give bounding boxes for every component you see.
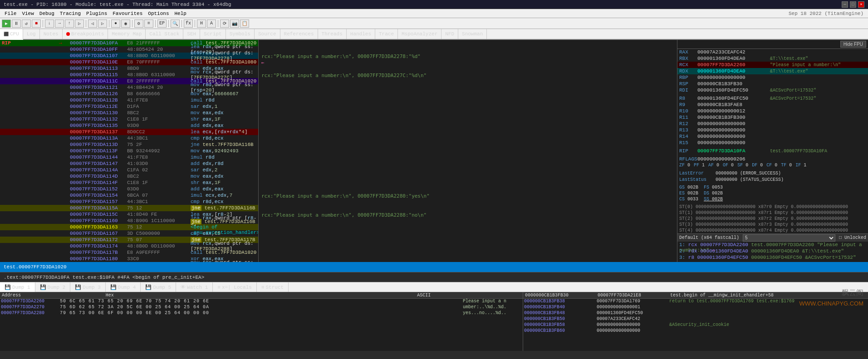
table-row[interactable]: 00007FF7D3DA1157 44:3BC1 cmp r8d,ecx — [0, 199, 258, 205]
tab-handles[interactable]: Handles — [347, 29, 375, 39]
table-row[interactable]: 00007FF7D3DA1137 8D0CC2 lea ecx,[rdx+rdx… — [0, 129, 258, 135]
tab-dump1[interactable]: 💾 Dump 1 — [0, 282, 35, 292]
table-row[interactable]: 00007FF7D3DA113A 44:3BC1 cmp r8d,ecx — [0, 135, 258, 141]
table-row[interactable]: 00007FF7D3DA114D 8BC2 mov eax,edx — [0, 173, 258, 180]
table-row[interactable]: 00007FF7D3DA114A C1FA 02 sar edx,2 — [0, 167, 258, 173]
tab-dump3[interactable]: 💾 Dump 3 — [70, 282, 106, 292]
table-row[interactable]: 00007FF7D3DA110E E8 70FFFFFF call test.7… — [0, 59, 258, 65]
tab-dump2[interactable]: 💾 Dump 2 — [35, 282, 71, 292]
tab-trace[interactable]: Trace — [375, 29, 398, 39]
back-btn[interactable]: ◁ — [88, 19, 97, 28]
tab-callstack[interactable]: Call Stack — [146, 29, 183, 39]
forward-btn[interactable]: ▷ — [98, 19, 107, 28]
minimize-button[interactable]: — — [842, 1, 848, 8]
default-select[interactable]: 5 — [743, 234, 835, 242]
run-to-cursor[interactable]: ▷ — [75, 19, 84, 28]
table-row[interactable]: 00007FF7D3DA1135 03D0 add edx,eax — [0, 122, 258, 129]
restart-button[interactable]: ↺ — [22, 19, 31, 28]
menu-file[interactable]: File — [2, 11, 19, 16]
dump-row[interactable]: 00007FF7D3DA2270 75 6D 62 65 72 3A 20 5C… — [0, 305, 523, 310]
tab-breakpoints[interactable]: Breakpoints — [63, 29, 108, 39]
bp-btn[interactable]: ● — [111, 19, 120, 28]
dump-row[interactable]: 00007FF7D3DA2280 79 65 73 00 6E 6F 00 00… — [0, 310, 523, 316]
maximize-button[interactable]: □ — [850, 1, 856, 8]
table-row[interactable]: 00007FF7D3DA1147 41:03D0 add edx,r8d — [0, 160, 258, 167]
table-row[interactable]: 00007FF7D3DA113F BB 93244992 mov eax,924… — [0, 148, 258, 154]
refresh-btn[interactable]: ⟳ — [220, 19, 229, 28]
hide-fpu-button[interactable]: Hide FPU — [840, 41, 866, 48]
table-row[interactable]: 00007FF7D3DA1115 48:8B0D 63110000 mov rc… — [0, 72, 258, 78]
options-btn[interactable]: ≡ — [144, 19, 153, 28]
table-row[interactable]: 00007FF7D3DA1152 03D0 add edx,eax — [0, 186, 258, 192]
tab-symbols[interactable]: Symbols — [226, 29, 255, 39]
close-button[interactable]: ✕ — [858, 1, 864, 8]
table-row[interactable]: 00007FF7D3DA1107 48:8B0D 6D110000 mov rc… — [0, 53, 258, 59]
tab-script[interactable]: Script — [200, 29, 226, 39]
table-row[interactable]: 00007FF7D3DA1126 B8 66666666 mov eax,666… — [0, 91, 258, 97]
table-row[interactable]: 00007FF7D3DA115A 75 12 jne test.7FF7D3DA… — [0, 205, 258, 211]
table-row[interactable]: 00007FF7D3DA1154 6BCA 07 imul ecx,edx,7 — [0, 192, 258, 199]
tab-breakpoints-label: Breakpoints — [71, 31, 104, 37]
tab-cpu[interactable]: ⬛ CPU — [0, 29, 23, 40]
stack-row[interactable]: 000000CB1B3FB50 00007A233CEAFC42 — [523, 316, 868, 322]
tab-mspoanalyzer[interactable]: MspoAnalyzer — [398, 29, 441, 39]
table-row[interactable]: 00007FF7D3DA1144 41:F7E8 imul r8d — [0, 154, 258, 160]
table-row[interactable]: 00007FF7D3DA114F C1E8 1F shr eax,1F — [0, 180, 258, 186]
table-row[interactable]: 00007FF7D3DA1130 8BC2 mov eax,edx — [0, 110, 258, 116]
tab-log[interactable]: Log — [23, 29, 40, 39]
tab-memorymap[interactable]: Memory Map — [108, 29, 146, 39]
ascii-toggle[interactable]: A — [207, 19, 216, 28]
stack-row[interactable]: 000000CB1B3FB60 0000000000000000 — [523, 328, 868, 334]
comment-line — [260, 206, 676, 212]
table-row[interactable]: 00007FF7D3DA112E D1FA sar edx,1 — [0, 103, 258, 110]
table-row[interactable]: 00007FF7D3DA1174 48:8B0D 0D110000 mov rc… — [0, 243, 258, 249]
step-out[interactable]: ↑ — [65, 19, 74, 28]
dump-row[interactable]: 00007FF7D3DA2260 50 6C 65 61 73 65 20 69… — [0, 299, 523, 305]
run-button[interactable]: ▶ — [2, 19, 11, 28]
step-over[interactable]: → — [55, 19, 64, 28]
table-row[interactable]: 00007FF7D3DA1163 75 12 jne test.7FF7D3DA… — [0, 224, 258, 230]
screenshot-btn[interactable]: 📷 — [230, 19, 239, 28]
log-btn[interactable]: 📋 — [240, 19, 249, 28]
menu-help[interactable]: Help — [172, 11, 189, 16]
tab-dump4[interactable]: 💾 Dump 4 — [106, 282, 141, 292]
table-row[interactable]: 00007FF7D3DA1132 C1E8 1F shr eax,1F — [0, 116, 258, 122]
menu-tracing[interactable]: Tracing — [57, 11, 83, 16]
stack-row[interactable]: 000000CB1B3FB48 000001360FD4EFC50 — [523, 310, 868, 316]
tab-source[interactable]: Source — [255, 29, 280, 39]
window-controls[interactable]: — □ ✕ — [842, 1, 864, 8]
table-row[interactable]: 00007FF7D3DA113D 75 2F jne test.7FF7D3DA… — [0, 141, 258, 148]
menu-debug[interactable]: Debug — [37, 11, 57, 16]
tab-dump1-label: Dump 1 — [12, 285, 30, 290]
bottom-panel: Address Hex ASCII 00007FF7D3DA2260 50 6C… — [0, 292, 868, 351]
table-row[interactable]: 00007FF7D3DA112B 41:F7E8 imul r8d — [0, 97, 258, 103]
tab-locals[interactable]: ≡ x=| Locals — [213, 282, 257, 292]
tab-notes[interactable]: Notes — [40, 29, 63, 39]
settings-btn[interactable]: ⚙ — [134, 19, 143, 28]
hex-toggle[interactable]: H — [197, 19, 206, 28]
stack-row[interactable]: 000000CB1B3FB58 0000000000000000 &ASecur… — [523, 322, 868, 328]
tab-threads[interactable]: Threads — [318, 29, 347, 39]
table-row[interactable]: 00007FF7D3DA1167 3D C5000000 cmp eax,C5 — [0, 230, 258, 237]
table-row[interactable]: 00007FF7D3DA117B E8 A9FEFFFF call test.7… — [0, 249, 258, 256]
menu-plugins[interactable]: Plugins — [83, 11, 110, 16]
stop-button[interactable]: ■ — [32, 19, 41, 28]
table-row[interactable]: 00007FF7D3DA1121 44:8B4424 20 mov r8d,dw… — [0, 84, 258, 91]
menu-options[interactable]: Options — [145, 11, 172, 16]
goto-ep[interactable]: EP — [157, 19, 167, 28]
step-into[interactable]: ↓ — [45, 19, 54, 28]
tab-nfd[interactable]: NFD — [441, 29, 458, 39]
comment-line — [260, 149, 676, 155]
pause-button[interactable]: ⏸ — [12, 19, 21, 28]
hardware-bp[interactable]: ◉ — [121, 19, 130, 28]
search-btn[interactable]: 🔍 — [171, 19, 180, 28]
menu-view[interactable]: View — [19, 11, 36, 16]
tab-dump5[interactable]: 💾 Dump 5 — [141, 282, 176, 292]
tab-seh[interactable]: SEH — [183, 29, 200, 39]
tab-snowman[interactable]: Snowman — [458, 29, 487, 39]
find-btn[interactable]: fx — [184, 19, 193, 28]
menu-favourites[interactable]: Favourites — [110, 11, 145, 16]
tab-struct[interactable]: ≡ Struct — [257, 282, 289, 292]
tab-watch1[interactable]: 👁 Watch 1 — [176, 282, 213, 292]
tab-references[interactable]: References — [280, 29, 318, 39]
